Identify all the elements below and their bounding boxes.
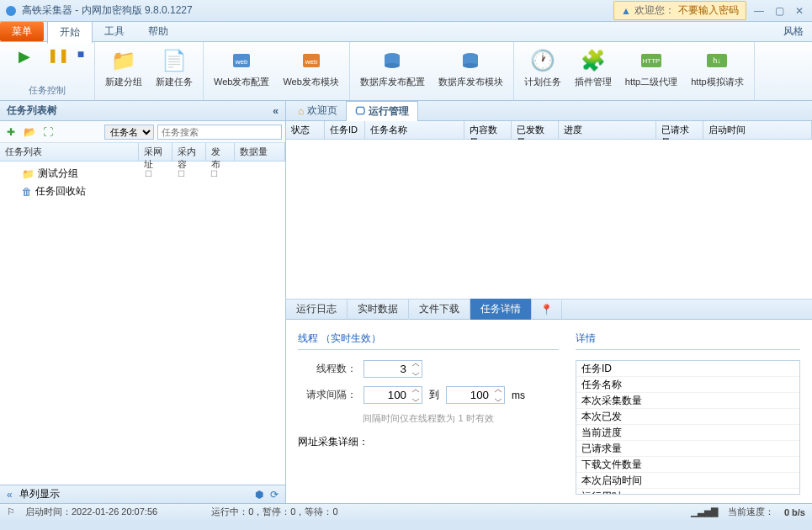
- thread-count-input[interactable]: [364, 360, 422, 378]
- titlebar: 高铁采集器 - 内网加密狗版 9.8.0.1227 ▲ 欢迎您： 不要输入密码 …: [0, 0, 812, 22]
- tab-welcome[interactable]: ⌂ 欢迎页: [289, 101, 346, 120]
- tree-item-test-group[interactable]: 📁 测试分组 ☐ ☐ ☐: [3, 165, 282, 183]
- signal-icon: ▁▃▅▇: [691, 506, 718, 517]
- info-list[interactable]: 任务ID 任务名称 本次采集数量 本次已发 当前进度 已请求量 下载文件数量 本…: [576, 360, 800, 495]
- web-module-icon: web: [298, 47, 325, 74]
- clock-icon: 🕐: [529, 47, 556, 74]
- tab-file-download[interactable]: 文件下载: [409, 299, 470, 320]
- minimize-button[interactable]: —: [751, 4, 767, 18]
- detail-panel: 线程 （实时生效） 线程数： 请求间隔： 到 ms 间隔时间仅在线程数为 1 时…: [286, 320, 812, 503]
- db-publish-config-button[interactable]: 数据库发布配置: [355, 45, 430, 90]
- task-tree-title: 任务列表树: [7, 103, 57, 118]
- expand-icon[interactable]: ⛶: [40, 125, 56, 140]
- col-taskid[interactable]: 任务ID: [325, 121, 365, 139]
- svg-text:web: web: [235, 58, 248, 66]
- close-button[interactable]: ✕: [792, 4, 807, 18]
- col-status[interactable]: 状态: [286, 121, 325, 139]
- add-icon[interactable]: ✚: [3, 125, 19, 140]
- tab-location[interactable]: 📍: [532, 300, 562, 319]
- tab-task-detail[interactable]: 任务详情: [470, 299, 532, 320]
- tab-run-manage[interactable]: 🖵 运行管理: [346, 101, 418, 122]
- new-task-button[interactable]: 📄新建任务: [151, 45, 198, 90]
- sitemap-icon[interactable]: ⬢: [255, 489, 263, 501]
- check-content[interactable]: ☐: [164, 169, 198, 178]
- left-footer: « 单列显示 ⬢ ⟳: [0, 485, 285, 503]
- task-control-label: 任务控制: [29, 84, 66, 97]
- collapse-left-icon[interactable]: «: [273, 105, 279, 117]
- welcome-prefix: 欢迎您：: [634, 3, 675, 18]
- interval-from-input[interactable]: [364, 386, 422, 404]
- puzzle-icon: 🧩: [580, 47, 607, 74]
- content-panel: ⌂ 欢迎页 🖵 运行管理 状态 任务ID 任务名称 内容数量 已发数量 进度 已…: [286, 101, 812, 503]
- interval-to-label: 到: [429, 388, 439, 402]
- col-start-time[interactable]: 启动时间: [703, 121, 812, 139]
- filter-select[interactable]: 任务名: [104, 125, 154, 140]
- task-grid-header: 任务列表 采网址 采内容 发布 数据量: [0, 143, 285, 162]
- task-tree-panel: 任务列表树 « ✚ 📂 ⛶ 任务名 任务列表 采网址 采内容 发布 数据量 📁 …: [0, 101, 286, 503]
- url-collect-detail-label: 网址采集详细：: [298, 435, 559, 449]
- info-row: 当前进度: [576, 425, 799, 441]
- svg-text:web: web: [304, 58, 317, 66]
- maximize-button[interactable]: ▢: [772, 4, 787, 18]
- info-row: 任务名称: [576, 377, 799, 393]
- main-area: 任务列表树 « ✚ 📂 ⛶ 任务名 任务列表 采网址 采内容 发布 数据量 📁 …: [0, 101, 812, 503]
- tab-tools[interactable]: 工具: [93, 21, 136, 42]
- flag-icon: ⚐: [7, 506, 15, 517]
- status-bar: ⚐ 启动时间：2022-01-26 20:07:56 运行中：0，暂停：0，等待…: [0, 503, 812, 520]
- plugin-manage-button[interactable]: 🧩插件管理: [570, 45, 617, 90]
- col-tasklist[interactable]: 任务列表: [0, 143, 139, 161]
- speed-value: 0 b/s: [784, 507, 805, 517]
- col-collect-content[interactable]: 采内容: [172, 143, 206, 161]
- col-content-count[interactable]: 内容数量: [464, 121, 512, 139]
- speed-label: 当前速度：: [728, 506, 774, 517]
- check-publish[interactable]: ☐: [201, 169, 226, 178]
- new-group-button[interactable]: 📁新建分组: [100, 45, 147, 90]
- open-folder-icon[interactable]: 📂: [22, 125, 37, 140]
- col-sent-count[interactable]: 已发数量: [512, 121, 559, 139]
- ribbon: ▶ ❚❚ ■ 任务控制 📁新建分组 📄新建任务 webWeb发布配置 webWe…: [0, 42, 812, 101]
- http-simulate-button[interactable]: h↓http模拟请求: [686, 45, 748, 90]
- interval-to-input[interactable]: [446, 386, 505, 404]
- info-row: 本次采集数量: [576, 393, 799, 409]
- col-progress[interactable]: 进度: [559, 121, 656, 139]
- file-icon: 📄: [161, 47, 188, 74]
- col-taskname[interactable]: 任务名称: [365, 121, 464, 139]
- welcome-text: 不要输入密码: [678, 3, 739, 18]
- svg-point-10: [463, 63, 478, 68]
- http-icon: HTTP: [638, 47, 665, 74]
- collapse-icon[interactable]: «: [7, 489, 13, 501]
- scheduled-task-button[interactable]: 🕐计划任务: [519, 45, 566, 90]
- check-url[interactable]: ☐: [135, 169, 161, 178]
- style-button[interactable]: 风格: [783, 24, 804, 39]
- tab-realtime-data[interactable]: 实时数据: [348, 299, 409, 320]
- stop-button[interactable]: ■: [72, 45, 89, 67]
- web-publish-module-button[interactable]: webWeb发布模块: [278, 45, 343, 90]
- col-collect-url[interactable]: 采网址: [139, 143, 172, 161]
- interval-label: 请求间隔：: [298, 388, 357, 402]
- web-publish-config-button[interactable]: webWeb发布配置: [209, 45, 274, 90]
- pause-button[interactable]: ❚❚: [45, 45, 71, 67]
- tab-start[interactable]: 开始: [47, 21, 93, 44]
- search-input[interactable]: [157, 125, 282, 140]
- thread-count-label: 线程数：: [298, 362, 357, 376]
- tab-help[interactable]: 帮助: [136, 21, 180, 42]
- tree-label: 测试分组: [38, 167, 132, 181]
- app-title: 高铁采集器 - 内网加密狗版 9.8.0.1227: [22, 3, 193, 18]
- col-requested[interactable]: 已请求量: [656, 121, 703, 139]
- tree-item-recycle[interactable]: 🗑 任务回收站: [3, 183, 282, 200]
- launch-time: 2022-01-26 20:07:56: [72, 506, 157, 517]
- tab-run-log[interactable]: 运行日志: [286, 299, 348, 320]
- trash-icon: 🗑: [22, 186, 32, 198]
- refresh-icon[interactable]: ⟳: [270, 489, 279, 501]
- col-data-count[interactable]: 数据量: [235, 143, 285, 161]
- http-proxy-button[interactable]: HTTPhttp二级代理: [620, 45, 682, 90]
- folder-icon: 📁: [110, 47, 137, 74]
- play-button[interactable]: ▶: [5, 45, 44, 67]
- run-grid-body[interactable]: [286, 140, 812, 299]
- col-publish[interactable]: 发布: [206, 143, 235, 161]
- db-publish-module-button[interactable]: 数据库发布模块: [433, 45, 508, 90]
- welcome-badge[interactable]: ▲ 欢迎您： 不要输入密码: [613, 1, 746, 20]
- menu-button[interactable]: 菜单: [0, 22, 44, 41]
- single-column-label[interactable]: 单列显示: [19, 487, 60, 501]
- info-row: 任务ID: [576, 361, 799, 377]
